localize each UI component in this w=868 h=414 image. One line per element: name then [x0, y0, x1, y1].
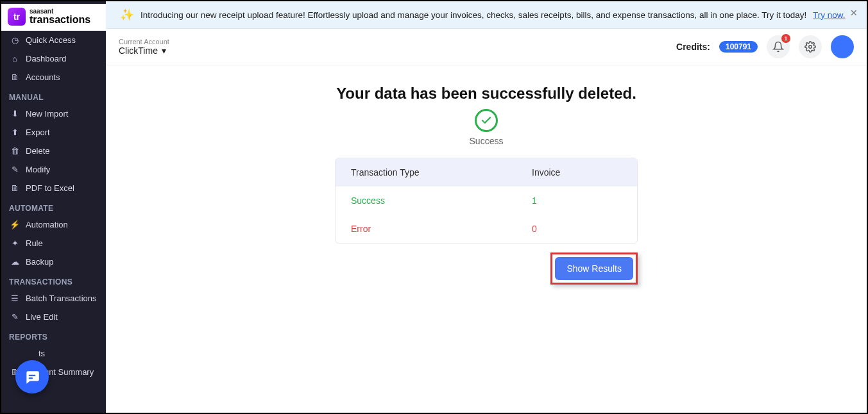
- chevron-down-icon: ▾: [162, 46, 166, 56]
- topbar: Current Account ClickTime ▾ Credits: 100…: [106, 29, 867, 65]
- sidebar-item-label: Delete: [26, 146, 50, 156]
- show-results-button[interactable]: Show Results: [555, 257, 633, 280]
- app-logo[interactable]: tr saasant transactions: [1, 4, 106, 31]
- banner-try-now-link[interactable]: Try now.: [813, 10, 846, 20]
- header-invoice: Invoice: [532, 167, 622, 178]
- sidebar-item-label: Dashboard: [26, 54, 67, 63]
- list-icon: ☰: [9, 294, 21, 303]
- pencil-icon: ✎: [9, 312, 21, 322]
- sidebar-item-modify[interactable]: ✎ Modify: [1, 160, 106, 179]
- error-label: Error: [351, 224, 532, 234]
- sidebar-item-live-edit[interactable]: ✎ Live Edit: [1, 308, 106, 326]
- result-row-success: Success 1: [336, 186, 637, 215]
- account-block: Current Account ClickTime ▾: [119, 38, 169, 56]
- notifications-button[interactable]: 1: [767, 35, 790, 58]
- account-switcher[interactable]: ClickTime ▾: [119, 46, 169, 56]
- sidebar-item-label: Rule: [26, 238, 43, 248]
- chat-icon: [24, 368, 40, 385]
- sidebar-section-transactions: TRANSACTIONS: [1, 271, 106, 289]
- sidebar-item-label: Batch Transactions: [26, 294, 97, 303]
- notification-count: 1: [781, 34, 790, 43]
- content: Your data has been successfully deleted.…: [106, 65, 867, 413]
- sidebar-item-label: Quick Access: [26, 35, 76, 45]
- banner-text: Introducing our new receipt upload featu…: [140, 10, 846, 20]
- sidebar-section-reports: REPORTS: [1, 326, 106, 344]
- sidebar-item-delete[interactable]: 🗑 Delete: [1, 142, 106, 160]
- result-row-error: Error 0: [336, 215, 637, 243]
- sidebar-item-pdf-to-excel[interactable]: 🗎 PDF to Excel: [1, 179, 106, 197]
- main: ✨ Introducing our new receipt upload fea…: [106, 1, 867, 413]
- svg-rect-1: [29, 375, 36, 376]
- svg-point-0: [809, 46, 812, 49]
- banner-close-button[interactable]: ✕: [850, 8, 858, 18]
- sidebar-item-batch-transactions[interactable]: ☰ Batch Transactions: [1, 289, 106, 308]
- bell-icon: [772, 41, 784, 53]
- sidebar-item-label: New Import: [26, 109, 68, 119]
- asterisk-icon: ✦: [9, 238, 21, 248]
- trash-icon: 🗑: [9, 146, 21, 156]
- highlight-box: Show Results: [550, 253, 638, 285]
- sidebar-item-backup[interactable]: ☁ Backup: [1, 253, 106, 271]
- sidebar-item-accounts[interactable]: 🗎 Accounts: [1, 68, 106, 87]
- sidebar-item-label: Accounts: [26, 72, 60, 82]
- current-account-label: Current Account: [119, 38, 169, 46]
- clock-icon: ◷: [9, 35, 21, 45]
- credits-badge[interactable]: 100791: [719, 41, 758, 53]
- gear-icon: [804, 41, 816, 53]
- logo-icon: tr: [8, 8, 26, 26]
- chat-fab[interactable]: [15, 360, 49, 393]
- result-table: Transaction Type Invoice Success 1 Error…: [335, 158, 638, 244]
- svg-rect-2: [29, 377, 33, 379]
- cloud-icon: ☁: [9, 257, 21, 267]
- download-icon: ⬇: [9, 109, 21, 119]
- sidebar-section-automate: AUTOMATE: [1, 197, 106, 215]
- sidebar-item-rule[interactable]: ✦ Rule: [1, 234, 106, 253]
- sidebar-item-export[interactable]: ⬆ Export: [1, 123, 106, 142]
- sparkle-icon: ✨: [120, 8, 134, 22]
- banner-message: Introducing our new receipt upload featu…: [140, 10, 806, 20]
- promo-banner: ✨ Introducing our new receipt upload fea…: [106, 1, 867, 29]
- sidebar-item-label: ts: [38, 349, 45, 358]
- credits-label: Credits:: [676, 42, 710, 52]
- success-sub: Success: [470, 136, 504, 146]
- sidebar-item-label: Live Edit: [26, 312, 58, 322]
- sidebar-item-quick-access[interactable]: ◷ Quick Access: [1, 31, 106, 49]
- success-label: Success: [351, 195, 532, 206]
- sidebar-item-label: PDF to Excel: [26, 183, 74, 193]
- sidebar: tr saasant transactions ◷ Quick Access ⌂…: [1, 1, 106, 413]
- edit-icon: ✎: [9, 165, 21, 174]
- sidebar-item-label: Backup: [26, 257, 53, 267]
- success-headline: Your data has been successfully deleted.: [336, 85, 636, 103]
- header-transaction-type: Transaction Type: [351, 167, 532, 178]
- sidebar-item-reports-partial[interactable]: ▣ ts: [1, 344, 106, 363]
- home-icon: ⌂: [9, 54, 21, 63]
- success-check-icon: [475, 109, 498, 132]
- account-name: ClickTime: [119, 46, 158, 56]
- settings-button[interactable]: [799, 35, 822, 58]
- sidebar-item-label: Automation: [26, 220, 68, 229]
- sidebar-section-manual: MANUAL: [1, 87, 106, 104]
- sidebar-item-dashboard[interactable]: ⌂ Dashboard: [1, 49, 106, 68]
- success-count: 1: [532, 195, 622, 206]
- error-count: 0: [532, 224, 622, 234]
- sidebar-item-new-import[interactable]: ⬇ New Import: [1, 104, 106, 123]
- product-name: transactions: [30, 15, 90, 25]
- upload-icon: ⬆: [9, 128, 21, 137]
- user-avatar[interactable]: [831, 35, 854, 58]
- sidebar-item-automation[interactable]: ⚡ Automation: [1, 215, 106, 234]
- sidebar-item-label: Export: [26, 128, 50, 137]
- result-table-header: Transaction Type Invoice: [336, 158, 637, 186]
- briefcase-icon: 🗎: [9, 72, 21, 82]
- file-icon: 🗎: [9, 183, 21, 193]
- share-icon: ⚡: [9, 220, 21, 229]
- sidebar-item-label: Modify: [26, 165, 50, 174]
